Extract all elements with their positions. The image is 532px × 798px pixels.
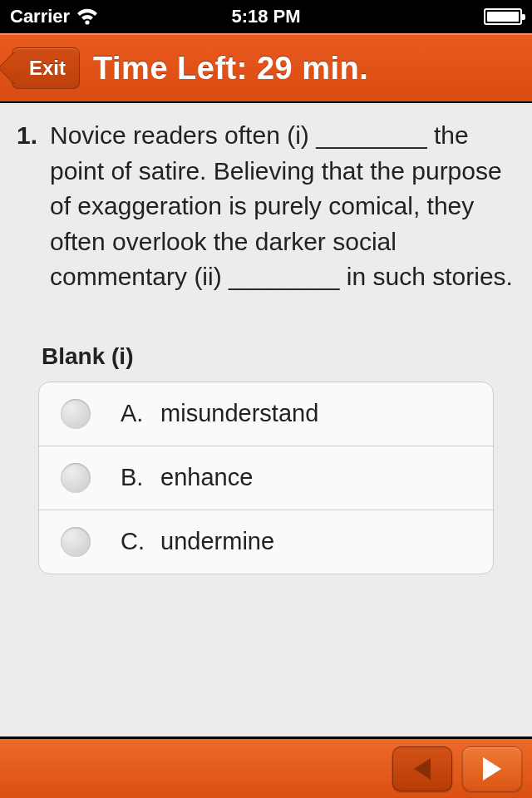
option-label: A. misunderstand [121, 400, 318, 427]
question: 1. Novice readers often (i) ________ the… [17, 118, 515, 295]
next-button[interactable] [462, 746, 522, 791]
question-text: Novice readers often (i) ________ the po… [50, 118, 515, 295]
option-b[interactable]: B. enhance [39, 446, 493, 510]
page-title: Time Left: 29 min. [93, 51, 368, 86]
option-text: enhance [160, 464, 253, 490]
option-label: B. enhance [121, 464, 253, 491]
exit-button[interactable]: Exit [12, 47, 80, 89]
option-text: misunderstand [160, 400, 318, 426]
nav-bar: Exit Time Left: 29 min. [0, 33, 532, 103]
option-letter: C. [121, 528, 154, 555]
option-letter: B. [121, 464, 154, 491]
radio-icon [61, 527, 91, 557]
option-letter: A. [121, 400, 154, 427]
footer-bar [0, 736, 532, 798]
option-label: C. undermine [121, 528, 274, 555]
wifi-icon [76, 8, 98, 25]
blank-header: Blank (i) [38, 343, 494, 370]
chevron-left-icon [414, 758, 431, 780]
option-text: undermine [160, 528, 274, 554]
status-time: 5:18 PM [231, 6, 300, 27]
status-bar: Carrier 5:18 PM [0, 0, 532, 33]
content-area: 1. Novice readers often (i) ________ the… [0, 103, 532, 736]
exit-button-label: Exit [29, 57, 66, 79]
radio-icon [61, 463, 91, 493]
blank-section: Blank (i) A. misunderstand B. enhance [17, 343, 515, 574]
question-number: 1. [17, 118, 42, 295]
battery-fill [487, 12, 519, 22]
battery-icon [484, 8, 522, 25]
option-c[interactable]: C. undermine [39, 510, 493, 574]
option-list: A. misunderstand B. enhance C. undermine [38, 382, 494, 574]
option-a[interactable]: A. misunderstand [39, 382, 493, 446]
status-left: Carrier [10, 6, 98, 27]
svg-point-0 [86, 20, 90, 24]
carrier-label: Carrier [10, 6, 70, 27]
prev-button[interactable] [392, 746, 452, 791]
radio-icon [61, 399, 91, 429]
status-right [484, 8, 522, 25]
chevron-right-icon [483, 757, 501, 781]
